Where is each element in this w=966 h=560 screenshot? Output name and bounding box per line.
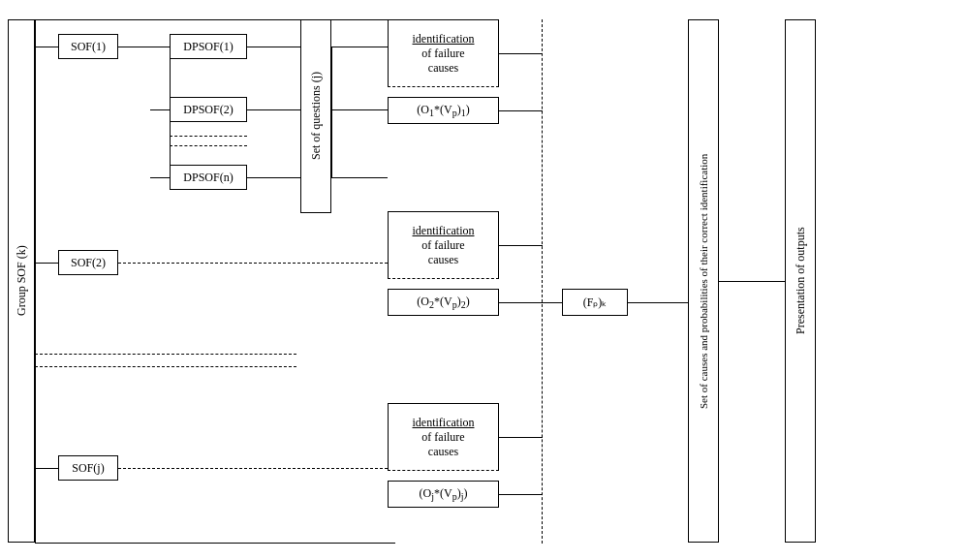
presentation-label: Presentation of outputs [794, 228, 808, 335]
id2-box: identification of failure causes [388, 211, 499, 279]
group-sof-box: Group SOF (k) [8, 19, 35, 543]
formula1-label: (O1*(Vp)1) [417, 103, 469, 118]
fp-label: (Fₚ)ₖ [583, 296, 608, 310]
diagram: Group SOF (k) SOF(1) SOF(2) SOF(j) DPSOF… [0, 0, 966, 560]
set-questions-label: Set of questions (j) [309, 73, 324, 161]
id3-text: identification [413, 416, 475, 429]
formula2-box: (O2*(Vp)2) [388, 289, 499, 316]
id1-text: identification [413, 32, 475, 46]
sofj-label: SOF(j) [72, 461, 104, 476]
dpsof1-box: DPSOF(1) [170, 34, 247, 59]
formula1-box: (O1*(Vp)1) [388, 97, 499, 124]
sof2-box: SOF(2) [58, 250, 118, 275]
dpsof2-label: DPSOF(2) [183, 103, 233, 117]
dpsofn-box: DPSOF(n) [170, 165, 247, 190]
formula3-label: (Oj*(Vp)j) [420, 486, 468, 502]
dpsof1-label: DPSOF(1) [183, 40, 233, 54]
sofj-box: SOF(j) [58, 455, 118, 481]
set-causes-box: Set of causes and probabilities of their… [688, 19, 719, 543]
sof2-label: SOF(2) [71, 256, 106, 270]
presentation-box: Presentation of outputs [785, 19, 816, 543]
set-causes-label: Set of causes and probabilities of their… [698, 153, 709, 408]
dpsofn-label: DPSOF(n) [183, 171, 233, 185]
formula2-label: (O2*(Vp)2) [417, 295, 469, 310]
group-sof-label: Group SOF (k) [15, 246, 29, 317]
formula3-box: (Oj*(Vp)j) [388, 481, 499, 508]
id2-text: identification [413, 224, 475, 237]
sof1-label: SOF(1) [71, 40, 106, 54]
set-questions-box: Set of questions (j) [300, 19, 331, 213]
id1-box: identification of failure causes [388, 19, 499, 87]
id3-box: identification of failure causes [388, 403, 499, 471]
sof1-box: SOF(1) [58, 34, 118, 59]
dpsof2-box: DPSOF(2) [170, 97, 247, 122]
fp-box: (Fₚ)ₖ [562, 289, 628, 316]
